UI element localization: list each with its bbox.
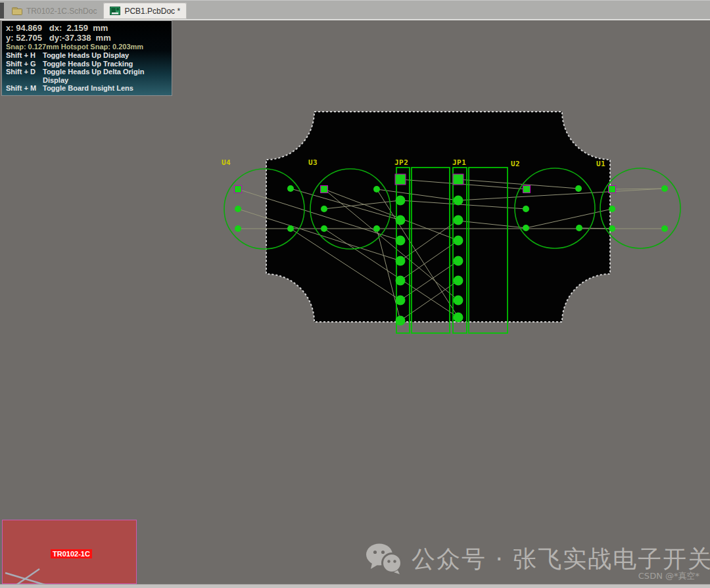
pad[interactable] (373, 186, 380, 192)
pad-pin1[interactable] (321, 186, 328, 193)
pad[interactable] (396, 296, 406, 305)
pad[interactable] (661, 185, 668, 192)
shortcut-action: Toggle Heads Up Delta Origin Display (43, 68, 168, 84)
tab-pcbdoc[interactable]: PCB1.PcbDoc * (103, 3, 187, 19)
pad[interactable] (321, 225, 327, 232)
pad[interactable] (396, 276, 406, 286)
tab-label: PCB1.PcbDoc * (124, 7, 180, 16)
pad[interactable] (609, 225, 615, 232)
hud-snap-row: Snap: 0.127mm Hotspot Snap: 0.203mm (6, 43, 168, 51)
pad[interactable] (396, 196, 406, 206)
shortcut-keys: Shift + D (6, 68, 43, 84)
document-tab-bar: TR0102-1C.SchDoc PCB1.PcbDoc * (0, 0, 710, 19)
pad[interactable] (523, 225, 529, 231)
pad[interactable] (396, 316, 406, 326)
hud-shortcut-board-insight-lens: Shift + M Toggle Board Insight Lens (6, 84, 168, 93)
pad-pin1[interactable] (235, 186, 242, 193)
pad[interactable] (523, 206, 529, 212)
pad-pin1[interactable] (453, 174, 463, 185)
pad[interactable] (454, 215, 463, 225)
pad[interactable] (454, 313, 463, 323)
component-label-JP2[interactable]: JP2 (394, 158, 408, 167)
tab-label: TR0102-1C.SchDoc (26, 7, 97, 16)
pad[interactable] (287, 185, 294, 192)
tabbar-notch (0, 3, 4, 18)
shortcut-keys: Shift + H (6, 51, 43, 60)
pcb-doc-icon (110, 7, 120, 15)
shortcut-action: Toggle Heads Up Display (43, 51, 129, 60)
hud-shortcut-heads-up-display: Shift + H Toggle Heads Up Display (6, 51, 168, 60)
shortcut-action: Toggle Board Insight Lens (43, 84, 133, 93)
pad[interactable] (396, 236, 406, 246)
pad[interactable] (454, 296, 463, 305)
pad[interactable] (454, 276, 463, 286)
pad[interactable] (609, 206, 615, 212)
component-label-JP1[interactable]: JP1 (452, 158, 466, 167)
pad[interactable] (396, 215, 406, 225)
pad[interactable] (454, 196, 463, 206)
hud-cursor-y-row: y: 52.705 dy:-37.338 mm (6, 33, 168, 43)
hud-shortcut-heads-up-tracking: Shift + G Toggle Heads Up Tracking (6, 60, 168, 68)
pad[interactable] (454, 236, 463, 246)
hud-cursor-x-row: x: 94.869 dx: 2.159 mm (6, 23, 168, 33)
pad-pin1[interactable] (609, 186, 616, 193)
schematic-doc-icon (12, 7, 22, 15)
bottom-strip (0, 584, 710, 588)
pad-pin1[interactable] (395, 174, 406, 185)
pad[interactable] (661, 225, 668, 232)
pad[interactable] (576, 225, 582, 231)
pad[interactable] (235, 225, 241, 232)
shortcut-keys: Shift + G (6, 60, 43, 68)
pad[interactable] (235, 206, 241, 212)
component-label-U4[interactable]: U4 (222, 158, 231, 167)
pad[interactable] (396, 256, 406, 266)
shortcut-action: Toggle Heads Up Tracking (43, 60, 133, 68)
pad[interactable] (373, 225, 380, 232)
tabbar-separator (0, 19, 710, 20)
shortcut-keys: Shift + M (6, 84, 43, 93)
csdn-watermark: CSDN @*真空* (638, 570, 699, 582)
pad[interactable] (287, 225, 294, 232)
wechat-icon (366, 543, 402, 575)
component-label-U2[interactable]: U2 (511, 160, 520, 168)
hud-shortcut-delta-origin: Shift + D Toggle Heads Up Delta Origin D… (6, 68, 168, 84)
tab-schdoc[interactable]: TR0102-1C.SchDoc (5, 3, 103, 19)
board-outline[interactable] (266, 112, 610, 322)
pad[interactable] (454, 256, 463, 266)
room-label[interactable]: TR0102-1C (51, 549, 92, 558)
component-label-U1[interactable]: U1 (596, 160, 605, 168)
pad[interactable] (321, 206, 327, 212)
pad[interactable] (575, 185, 582, 192)
component-label-U3[interactable]: U3 (308, 158, 318, 167)
heads-up-display: x: 94.869 dx: 2.159 mm y: 52.705 dy:-37.… (1, 20, 172, 96)
pad-pin1[interactable] (523, 186, 531, 193)
